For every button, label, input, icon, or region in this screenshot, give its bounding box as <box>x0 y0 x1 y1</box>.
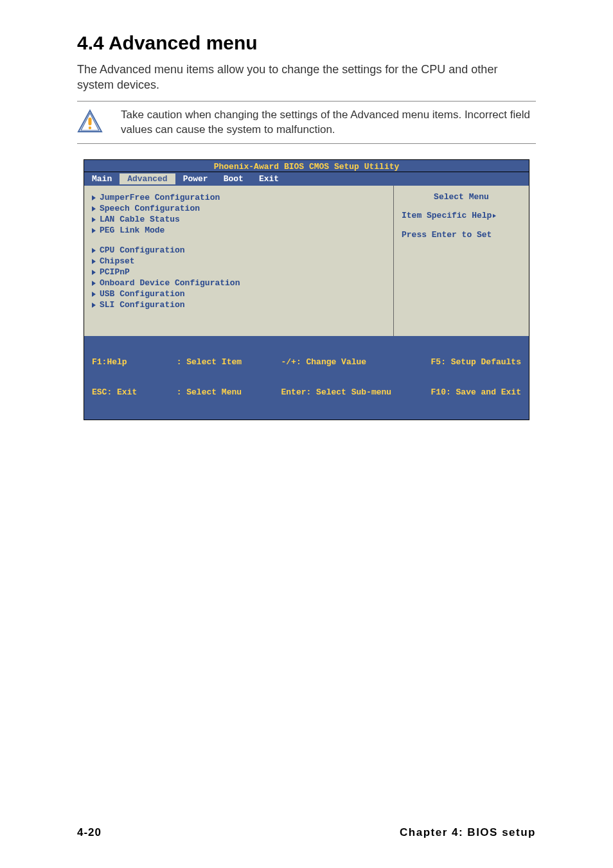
bios-menu-panel: JumperFree Configuration Speech Configur… <box>84 186 394 336</box>
submenu-arrow-icon <box>92 303 96 308</box>
page-footer: 4-20 Chapter 4: BIOS setup <box>77 826 536 839</box>
submenu-arrow-icon <box>92 259 96 264</box>
svg-point-3 <box>89 126 91 128</box>
submenu-arrow-icon <box>92 281 96 286</box>
chapter-title: Chapter 4: BIOS setup <box>400 826 536 839</box>
submenu-arrow-icon <box>92 292 96 297</box>
menu-label: CPU Configuration <box>100 245 185 255</box>
menu-item-peg-link[interactable]: PEG Link Mode <box>92 225 386 236</box>
footer-exit: ESC: Exit <box>92 387 137 398</box>
menu-label: Speech Configuration <box>100 204 200 213</box>
bios-menubar: Main Advanced Power Boot Exit <box>84 172 529 186</box>
tab-power[interactable]: Power <box>175 173 216 184</box>
footer-select-menu: : Select Menu <box>177 387 242 398</box>
menu-label: PEG Link Mode <box>100 226 164 235</box>
footer-save-exit: F10: Save and Exit <box>431 387 521 398</box>
menu-label: Chipset <box>100 256 135 266</box>
intro-paragraph: The Advanced menu items allow you to cha… <box>77 62 536 93</box>
page-number: 4-20 <box>77 826 102 839</box>
bios-window: Phoenix-Award BIOS CMOS Setup Utility Ma… <box>84 159 529 420</box>
tab-exit[interactable]: Exit <box>251 173 287 184</box>
submenu-arrow-icon <box>92 206 96 211</box>
footer-select-submenu: Enter: Select Sub-menu <box>281 387 391 398</box>
menu-item-jumperfree[interactable]: JumperFree Configuration <box>92 192 386 203</box>
bios-help-panel: Select Menu Item Specific Help Press Ent… <box>394 186 529 336</box>
menu-item-cpu[interactable]: CPU Configuration <box>92 245 386 256</box>
menu-item-sli[interactable]: SLI Configuration <box>92 299 386 310</box>
submenu-arrow-icon <box>92 228 96 233</box>
menu-item-pcipnp[interactable]: PCIPnP <box>92 267 386 278</box>
menu-label: SLI Configuration <box>100 300 185 310</box>
footer-help: F1:Help <box>92 357 137 368</box>
warning-icon <box>77 108 103 136</box>
menu-label: USB Configuration <box>100 289 185 299</box>
bios-title: Phoenix-Award BIOS CMOS Setup Utility <box>84 160 529 172</box>
footer-setup-defaults: F5: Setup Defaults <box>431 357 521 368</box>
submenu-arrow-icon <box>92 195 96 200</box>
svg-rect-2 <box>89 118 92 125</box>
help-title: Select Menu <box>402 192 521 202</box>
tab-boot[interactable]: Boot <box>216 173 251 184</box>
menu-label: Onboard Device Configuration <box>100 278 240 288</box>
menu-item-onboard[interactable]: Onboard Device Configuration <box>92 278 386 288</box>
bios-footer: F1:Help ESC: Exit : Select Item : Select… <box>84 336 529 420</box>
menu-item-usb[interactable]: USB Configuration <box>92 288 386 299</box>
help-line1: Item Specific Help <box>402 211 492 220</box>
footer-change-value: -/+: Change Value <box>281 357 391 368</box>
footer-select-item: : Select Item <box>177 357 242 368</box>
submenu-arrow-icon <box>92 248 96 253</box>
submenu-arrow-icon <box>92 270 96 275</box>
menu-label: JumperFree Configuration <box>100 193 220 202</box>
submenu-arrow-icon <box>92 217 96 222</box>
tab-advanced[interactable]: Advanced <box>120 173 175 184</box>
menu-item-speech[interactable]: Speech Configuration <box>92 203 386 214</box>
tab-main[interactable]: Main <box>84 173 120 184</box>
menu-label: LAN Cable Status <box>100 215 180 224</box>
arrow-right-icon <box>493 214 496 218</box>
warning-block: Take caution when changing the settings … <box>77 101 536 145</box>
menu-item-lan-cable[interactable]: LAN Cable Status <box>92 214 386 225</box>
section-heading: 4.4 Advanced menu <box>77 32 536 54</box>
warning-text: Take caution when changing the settings … <box>121 108 536 137</box>
help-line2: Press Enter to Set <box>402 229 521 242</box>
menu-label: PCIPnP <box>100 267 130 277</box>
menu-item-chipset[interactable]: Chipset <box>92 256 386 267</box>
